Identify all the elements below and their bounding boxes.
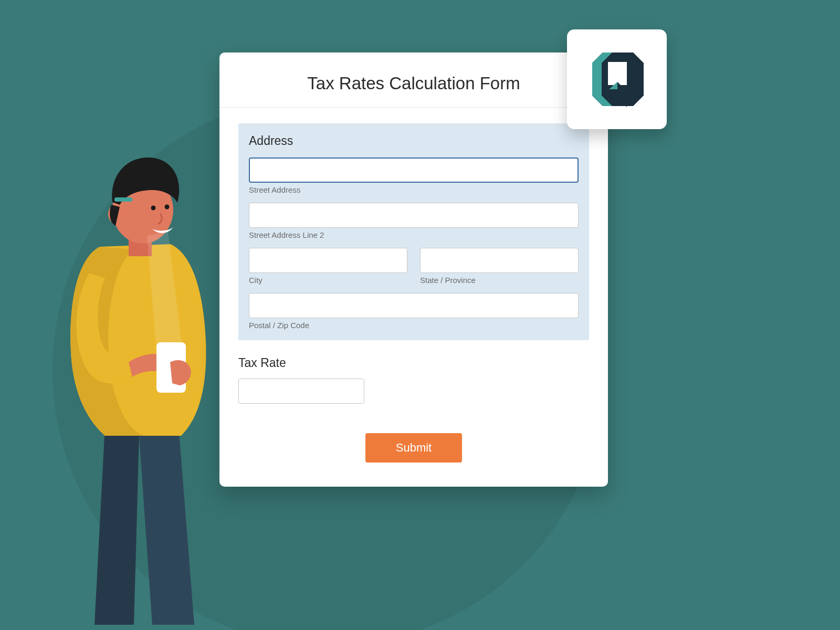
city-input[interactable] [249,248,407,273]
street-address-label: Street Address [249,185,579,194]
form-title: Tax Rates Calculation Form [219,52,608,108]
city-label: City [249,276,407,285]
postal-field: Postal / Zip Code [249,293,579,330]
city-field: City [249,248,407,285]
street-address-2-label: Street Address Line 2 [249,230,579,239]
taxrate-heading: Tax Rate [238,356,589,370]
postal-input[interactable] [249,293,579,318]
logo-card [567,29,667,129]
svg-point-5 [151,206,156,211]
street-address-2-field: Street Address Line 2 [249,203,579,239]
street-address-field: Street Address [249,158,579,194]
submit-button[interactable]: Submit [365,433,462,463]
street-address-2-input[interactable] [249,203,579,228]
svg-rect-7 [608,62,627,85]
person-illustration [42,152,242,630]
address-section: Address Street Address Street Address Li… [238,123,589,340]
postal-label: Postal / Zip Code [249,321,579,330]
state-input[interactable] [420,248,579,273]
street-address-input[interactable] [249,158,579,183]
svg-rect-4 [114,197,132,202]
taxrate-input[interactable] [238,379,364,404]
address-heading: Address [249,134,579,148]
state-field: State / Province [420,248,579,285]
svg-point-6 [165,205,170,209]
state-label: State / Province [420,276,579,285]
tax-form-card: Tax Rates Calculation Form Address Stree… [219,52,608,487]
app-logo-icon [583,45,651,113]
taxrate-section: Tax Rate [238,356,589,404]
